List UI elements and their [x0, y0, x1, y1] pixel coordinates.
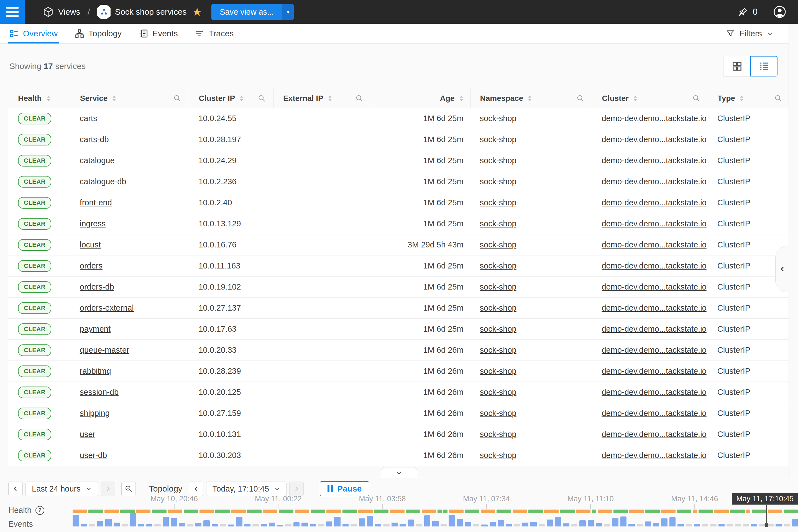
events-bar[interactable] [621, 516, 627, 527]
sort-icon[interactable] [328, 94, 332, 102]
table-row[interactable]: CLEARuser10.0.10.1311M 6d 26msock-shopde… [8, 424, 790, 445]
service-link[interactable]: catalogue [80, 156, 115, 165]
column-header-cluster-ip[interactable]: Cluster IP [189, 89, 273, 108]
namespace-link[interactable]: sock-shop [480, 240, 516, 249]
events-bar[interactable] [555, 517, 562, 527]
namespace-link[interactable]: sock-shop [480, 324, 516, 333]
breadcrumb-views[interactable]: Views [43, 6, 80, 17]
namespace-link[interactable]: sock-shop [480, 388, 516, 397]
column-header-namespace[interactable]: Namespace [470, 89, 592, 108]
column-header-age[interactable]: Age [371, 89, 470, 108]
events-bar[interactable] [334, 517, 341, 527]
events-bar-empty[interactable] [383, 524, 390, 527]
events-bar[interactable] [432, 521, 439, 527]
namespace-link[interactable]: sock-shop [480, 430, 516, 439]
search-icon[interactable] [258, 94, 266, 102]
service-link[interactable]: locust [80, 240, 101, 249]
service-link[interactable]: carts-db [80, 135, 109, 144]
namespace-link[interactable]: sock-shop [480, 156, 516, 165]
events-bar[interactable] [661, 518, 667, 527]
namespace-link[interactable]: sock-shop [480, 345, 516, 355]
events-bar[interactable] [236, 517, 243, 527]
table-row[interactable]: CLEARcatalogue10.0.24.291M 6d 25msock-sh… [8, 150, 790, 171]
events-bar[interactable] [342, 524, 349, 527]
events-bar-empty[interactable] [784, 524, 790, 527]
events-bar[interactable] [490, 522, 496, 527]
cluster-link[interactable]: demo-dev.demo...tackstate.io [602, 324, 706, 333]
namespace-link[interactable]: sock-shop [480, 366, 516, 376]
table-row[interactable]: CLEARcarts-db10.0.28.1971M 6d 25msock-sh… [8, 129, 790, 150]
events-bar[interactable] [195, 523, 202, 527]
sort-icon[interactable] [528, 94, 532, 102]
service-link[interactable]: session-db [80, 388, 119, 397]
events-bar[interactable] [359, 518, 365, 527]
cluster-link[interactable]: demo-dev.demo...tackstate.io [602, 261, 706, 270]
events-bar[interactable] [392, 522, 398, 527]
events-bar-empty[interactable] [416, 524, 422, 527]
events-bar[interactable] [751, 524, 758, 527]
events-bar[interactable] [547, 519, 553, 527]
events-bar-empty[interactable] [252, 524, 259, 527]
table-row[interactable]: CLEARlocust10.0.16.763M 29d 5h 43msock-s… [8, 234, 790, 255]
cluster-link[interactable]: demo-dev.demo...tackstate.io [602, 409, 706, 418]
events-bar[interactable] [261, 524, 267, 527]
cluster-link[interactable]: demo-dev.demo...tackstate.io [602, 177, 706, 186]
events-bar[interactable] [73, 515, 79, 527]
table-row[interactable]: CLEARpayment10.0.17.631M 6d 25msock-shop… [8, 319, 790, 340]
events-bar-empty[interactable] [285, 524, 291, 527]
events-bar-empty[interactable] [710, 524, 717, 527]
events-bar-empty[interactable] [571, 524, 578, 527]
namespace-link[interactable]: sock-shop [480, 282, 516, 291]
cluster-link[interactable]: demo-dev.demo...tackstate.io [602, 114, 706, 123]
user-avatar[interactable] [773, 5, 786, 19]
events-bar-empty[interactable] [637, 524, 643, 527]
events-bar[interactable] [244, 524, 251, 527]
expand-right-panel-button[interactable] [775, 246, 789, 292]
tab-events[interactable]: Events [139, 24, 178, 43]
table-row[interactable]: CLEARuser-db10.0.30.2031M 6d 26msock-sho… [8, 445, 790, 466]
events-bar[interactable] [228, 525, 234, 527]
namespace-link[interactable]: sock-shop [480, 303, 516, 312]
events-bar[interactable] [792, 519, 798, 527]
sort-icon[interactable] [459, 94, 463, 102]
search-icon[interactable] [774, 94, 782, 102]
events-bar[interactable] [277, 525, 283, 527]
events-bar[interactable] [449, 515, 455, 527]
events-bar[interactable] [776, 524, 782, 527]
events-bar[interactable] [580, 520, 586, 527]
events-bar-empty[interactable] [440, 524, 447, 527]
cluster-link[interactable]: demo-dev.demo...tackstate.io [602, 219, 706, 228]
cluster-link[interactable]: demo-dev.demo...tackstate.io [602, 430, 706, 439]
column-header-cluster[interactable]: Cluster [592, 89, 707, 108]
events-bar-empty[interactable] [726, 524, 733, 527]
service-link[interactable]: front-end [80, 198, 112, 207]
cluster-link[interactable]: demo-dev.demo...tackstate.io [602, 156, 706, 165]
events-bar[interactable] [506, 524, 512, 527]
events-bar[interactable] [424, 515, 431, 527]
events-bar[interactable] [310, 524, 316, 527]
cluster-link[interactable]: demo-dev.demo...tackstate.io [602, 240, 706, 249]
cluster-link[interactable]: demo-dev.demo...tackstate.io [602, 135, 706, 144]
table-row[interactable]: CLEARqueue-master10.0.20.331M 6d 26msock… [8, 340, 790, 361]
namespace-link[interactable]: sock-shop [480, 114, 516, 123]
events-bar[interactable] [645, 521, 651, 527]
namespace-link[interactable]: sock-shop [480, 177, 516, 186]
tab-overview[interactable]: Overview [10, 24, 58, 43]
events-bar[interactable] [530, 522, 537, 527]
service-link[interactable]: queue-master [80, 345, 129, 355]
service-link[interactable]: carts [80, 114, 97, 123]
events-bar-empty[interactable] [767, 524, 774, 527]
column-header-external-ip[interactable]: External IP [273, 89, 371, 108]
events-bar[interactable] [653, 523, 660, 527]
events-bar[interactable] [719, 524, 725, 527]
events-bar[interactable] [81, 524, 87, 527]
events-bar[interactable] [179, 523, 185, 527]
events-bar[interactable] [669, 517, 676, 527]
range-back-button[interactable] [8, 481, 23, 496]
events-bar[interactable] [457, 519, 463, 527]
search-icon[interactable] [173, 94, 182, 102]
events-bar[interactable] [130, 513, 136, 527]
pin-icon[interactable] [737, 6, 748, 17]
events-bar-empty[interactable] [154, 524, 161, 527]
events-bar-empty[interactable] [187, 524, 193, 527]
